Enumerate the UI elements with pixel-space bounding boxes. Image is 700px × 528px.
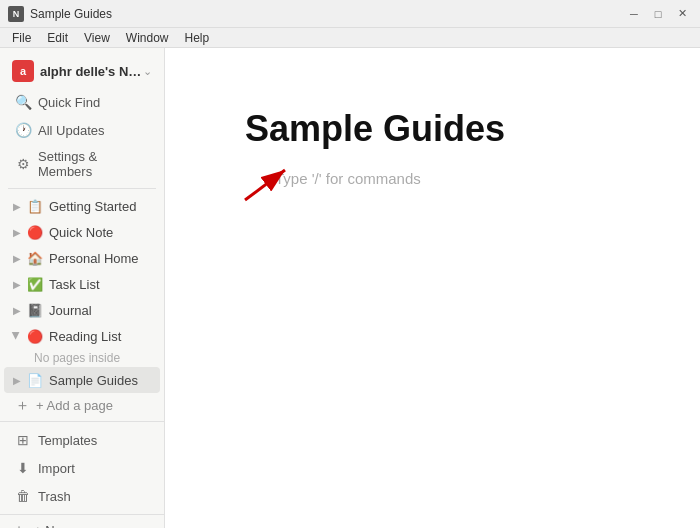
personal-home-label: Personal Home: [49, 251, 156, 266]
new-page-button[interactable]: ＋ + New page: [0, 514, 164, 528]
templates-label: Templates: [38, 433, 97, 448]
chevron-right-icon: ▶: [10, 225, 24, 239]
reading-list-icon: 🔴: [26, 327, 44, 345]
menu-view[interactable]: View: [76, 28, 118, 47]
all-updates-label: All Updates: [38, 123, 104, 138]
workspace-name: alphr delle's Notion: [40, 64, 143, 79]
page-item-journal[interactable]: ▶ 📓 Journal: [4, 297, 160, 323]
settings-label: Settings & Members: [38, 149, 150, 179]
task-list-label: Task List: [49, 277, 156, 292]
main-content: Sample Guides Type '/' for commands: [165, 48, 700, 528]
sidebar: a alphr delle's Notion ⌄ 🔍 Quick Find 🕐 …: [0, 48, 165, 528]
sidebar-bottom: ⊞ Templates ⬇ Import 🗑 Trash: [0, 421, 164, 514]
page-area: Sample Guides Type '/' for commands: [165, 48, 700, 528]
sidebar-item-all-updates[interactable]: 🕐 All Updates: [4, 116, 160, 144]
page-item-getting-started[interactable]: ▶ 📋 Getting Started: [4, 193, 160, 219]
workspace-chevron-icon: ⌄: [143, 65, 152, 78]
quick-note-label: Quick Note: [49, 225, 156, 240]
sample-guides-icon: 📄: [26, 371, 44, 389]
settings-icon: ⚙: [14, 155, 32, 173]
workspace-avatar: a: [12, 60, 34, 82]
add-page-button[interactable]: ＋ + Add a page: [4, 393, 160, 417]
journal-label: Journal: [49, 303, 156, 318]
page-item-reading-list[interactable]: ▶ 🔴 Reading List: [4, 323, 160, 349]
page-item-task-list[interactable]: ▶ ✅ Task List: [4, 271, 160, 297]
task-list-icon: ✅: [26, 275, 44, 293]
app-icon: N: [8, 6, 24, 22]
trash-label: Trash: [38, 489, 71, 504]
plus-icon: ＋: [14, 397, 30, 413]
page-title: Sample Guides: [245, 108, 620, 150]
menu-edit[interactable]: Edit: [39, 28, 76, 47]
sample-guides-label: Sample Guides: [49, 373, 156, 388]
window-title: Sample Guides: [30, 7, 624, 21]
new-page-label: + New page: [34, 523, 104, 529]
close-button[interactable]: ✕: [672, 4, 692, 24]
import-label: Import: [38, 461, 75, 476]
chevron-right-icon: ▶: [10, 199, 24, 213]
chevron-right-icon: ▶: [10, 251, 24, 265]
placeholder-area[interactable]: Type '/' for commands: [245, 170, 620, 187]
chevron-right-icon: ▶: [10, 303, 24, 317]
reading-list-label: Reading List: [49, 329, 156, 344]
title-bar: N Sample Guides ─ □ ✕: [0, 0, 700, 28]
app-body: a alphr delle's Notion ⌄ 🔍 Quick Find 🕐 …: [0, 48, 700, 528]
quick-find-label: Quick Find: [38, 95, 100, 110]
sidebar-item-settings[interactable]: ⚙ Settings & Members: [4, 144, 160, 184]
workspace-selector[interactable]: a alphr delle's Notion ⌄: [4, 54, 160, 88]
sidebar-item-import[interactable]: ⬇ Import: [4, 454, 160, 482]
chevron-right-icon: ▶: [10, 277, 24, 291]
menu-help[interactable]: Help: [177, 28, 218, 47]
menu-bar: File Edit View Window Help: [0, 28, 700, 48]
menu-file[interactable]: File: [4, 28, 39, 47]
clock-icon: 🕐: [14, 121, 32, 139]
templates-icon: ⊞: [14, 431, 32, 449]
maximize-button[interactable]: □: [648, 4, 668, 24]
getting-started-label: Getting Started: [49, 199, 156, 214]
window-controls: ─ □ ✕: [624, 4, 692, 24]
no-pages-inside: No pages inside: [0, 349, 164, 367]
search-icon: 🔍: [14, 93, 32, 111]
quick-note-icon: 🔴: [26, 223, 44, 241]
add-page-label: + Add a page: [36, 398, 113, 413]
journal-icon: 📓: [26, 301, 44, 319]
sidebar-item-templates[interactable]: ⊞ Templates: [4, 426, 160, 454]
new-page-icon: ＋: [10, 521, 28, 528]
svg-line-1: [245, 170, 285, 200]
sidebar-divider-1: [8, 188, 156, 189]
page-item-quick-note[interactable]: ▶ 🔴 Quick Note: [4, 219, 160, 245]
page-item-personal-home[interactable]: ▶ 🏠 Personal Home: [4, 245, 160, 271]
placeholder-text: Type '/' for commands: [275, 170, 421, 187]
personal-home-icon: 🏠: [26, 249, 44, 267]
sidebar-top: a alphr delle's Notion ⌄ 🔍 Quick Find 🕐 …: [0, 48, 164, 421]
sidebar-item-quick-find[interactable]: 🔍 Quick Find: [4, 88, 160, 116]
arrow-indicator: [235, 162, 295, 205]
menu-window[interactable]: Window: [118, 28, 177, 47]
minimize-button[interactable]: ─: [624, 4, 644, 24]
page-item-sample-guides[interactable]: ▶ 📄 Sample Guides: [4, 367, 160, 393]
getting-started-icon: 📋: [26, 197, 44, 215]
sidebar-item-trash[interactable]: 🗑 Trash: [4, 482, 160, 510]
trash-icon: 🗑: [14, 487, 32, 505]
chevron-down-icon: ▶: [10, 329, 24, 343]
import-icon: ⬇: [14, 459, 32, 477]
chevron-right-icon: ▶: [10, 373, 24, 387]
